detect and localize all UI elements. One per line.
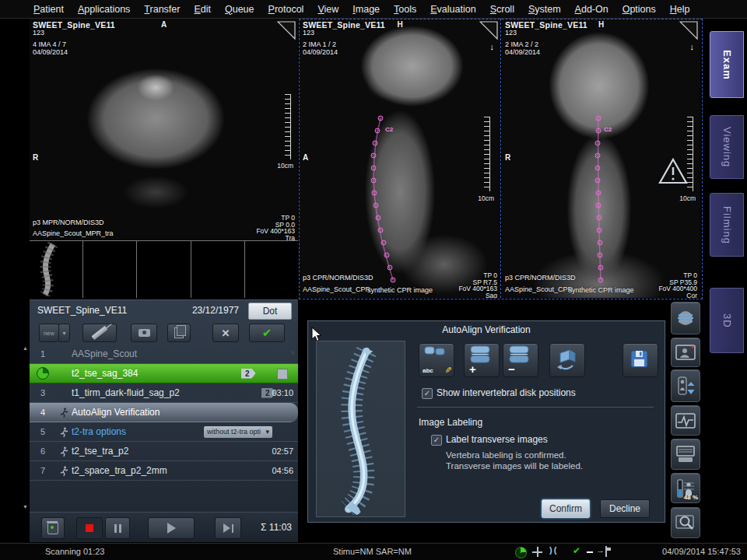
new-protocol-dropdown-button[interactable]: ▾: [58, 324, 70, 342]
play-icon: [167, 523, 176, 534]
tab-3d[interactable]: 3D: [710, 288, 744, 353]
menu-tools[interactable]: Tools: [387, 4, 423, 15]
folded-corner-icon[interactable]: [277, 21, 296, 40]
thumbnail-3[interactable]: [137, 241, 191, 298]
save-button[interactable]: [622, 343, 658, 377]
apply-queue-button[interactable]: ✔: [249, 324, 285, 342]
menu-view[interactable]: View: [310, 4, 345, 15]
console-button[interactable]: [671, 439, 700, 470]
disk-positions-checkbox[interactable]: ✓: [422, 388, 433, 399]
menu-protocol[interactable]: Protocol: [261, 4, 311, 15]
menu-queue[interactable]: Queue: [218, 4, 261, 15]
scan-progress-pie-icon: [515, 547, 527, 558]
copy-protocol-button[interactable]: [167, 324, 191, 342]
thumbnail-1[interactable]: [30, 241, 83, 298]
folded-corner-icon[interactable]: [679, 21, 698, 40]
label-vertebra-button[interactable]: abc ✎: [419, 343, 454, 377]
table-position-button[interactable]: [671, 369, 700, 402]
start-button[interactable]: [148, 517, 195, 539]
tab-viewing[interactable]: Viewing: [710, 115, 744, 179]
new-protocol-button[interactable]: new: [39, 324, 59, 342]
pause-square-icon[interactable]: [277, 369, 288, 380]
vertebra-label-c2: C2: [604, 126, 612, 133]
menu-applications[interactable]: Applications: [71, 4, 137, 15]
menu-evaluation[interactable]: Evaluation: [423, 4, 482, 15]
image-labeling-heading: Image Labeling: [419, 417, 482, 428]
scroll-up-icon[interactable]: ▲: [23, 345, 28, 351]
dialog-divider: [417, 407, 654, 408]
menu-help[interactable]: Help: [663, 4, 697, 15]
t2-tra-options-dropdown[interactable]: without t2-tra opti ▾: [204, 426, 272, 438]
menu-patient[interactable]: Patient: [26, 4, 71, 15]
copy-reference-button[interactable]: [131, 324, 157, 342]
sar-level-button[interactable]: 48 %: [671, 473, 700, 503]
cancel-queue-button[interactable]: ✕: [212, 324, 239, 342]
tab-exam[interactable]: Exam: [710, 31, 744, 98]
row-number: 7: [30, 466, 56, 475]
dot-button[interactable]: Dot: [248, 303, 292, 320]
spine-illustration: [317, 341, 403, 515]
plus-icon: +: [469, 362, 476, 376]
scroll-down-icon[interactable]: ▼: [23, 504, 28, 509]
row-number: 5: [30, 427, 56, 436]
system-datetime: 04/09/2014 15:47:53: [662, 547, 741, 556]
folded-corner-icon[interactable]: [479, 21, 498, 40]
vertebra-icon: [507, 345, 532, 364]
decline-button[interactable]: Decline: [600, 499, 650, 518]
confirm-button[interactable]: Confirm: [542, 499, 590, 518]
thumbnail-4[interactable]: [191, 241, 245, 298]
protocol-row-5[interactable]: 5 t2-tra options without t2-tra opti ▾: [30, 422, 298, 442]
stop-button[interactable]: [76, 517, 103, 539]
scale-ruler: [687, 117, 693, 191]
protocol-row-2[interactable]: t2_tse_sag_384 2: [30, 364, 298, 383]
menu-edit[interactable]: Edit: [187, 4, 218, 15]
contrast-injection-button[interactable]: [82, 324, 117, 342]
panel1-technique: p3 MPR/NORM/DIS3D: [33, 217, 114, 228]
thumbnail-5[interactable]: [245, 241, 298, 298]
image-panel-coronal[interactable]: C2 SWEET_Spine_VE11 123 2 IMA 2 / 2 04/0…: [502, 19, 700, 298]
stimulation-status: Stimu=NM SAR=NM: [333, 547, 412, 556]
label-transverse-checkbox[interactable]: ✓: [431, 435, 442, 446]
menu-transfer[interactable]: Transfer: [137, 4, 187, 15]
confirmation-message-2: Transverse images will be labeled.: [446, 461, 583, 471]
add-vertebra-button[interactable]: +: [464, 343, 500, 377]
protocol-row-3[interactable]: 3 t1_tirm_dark-fluid_sag_p2 2 03:10: [30, 383, 298, 403]
protocol-row-7[interactable]: 7 t2_space_tra_p2_2mm 04:56: [30, 461, 298, 481]
protocol-row-1[interactable]: 1 AASpine_Scout: [30, 345, 298, 364]
menu-options[interactable]: Options: [615, 4, 663, 15]
reset-3d-icon: [554, 347, 580, 373]
tab-filming[interactable]: Filming: [710, 193, 744, 257]
menu-system[interactable]: System: [521, 4, 568, 15]
protocol-row-6[interactable]: 6 t2_tse_tra_p2 02:57: [30, 442, 298, 461]
panel1-ima: 4 IMA 4 / 7: [33, 40, 115, 48]
patient-view-button[interactable]: [671, 338, 700, 367]
total-scan-time: Σ 11:03: [261, 522, 292, 533]
skip-button[interactable]: [215, 517, 241, 539]
protocol-row-4[interactable]: 4 AutoAlign Verification: [30, 403, 298, 422]
pencil-icon: ✎: [443, 366, 453, 373]
menu-addon[interactable]: Add-On: [568, 4, 615, 15]
image-panel-sagittal[interactable]: C2 SWEET_Spine_VE11 123 2 IMA 1 / 2 04/0…: [300, 19, 500, 298]
head-slices-icon: [675, 308, 696, 328]
delete-button[interactable]: [41, 517, 65, 539]
thumbnail-2[interactable]: [83, 241, 137, 298]
application-window: Patient Applications Transfer Edit Queue…: [0, 0, 747, 560]
reset-view-button[interactable]: [549, 343, 585, 377]
image-panel-axial[interactable]: SWEET_Spine_VE11 123 4 IMA 4 / 7 04/09/2…: [30, 19, 298, 298]
scanning-status: Scanning 01:23: [45, 547, 104, 556]
chevron-down-icon: ▾: [265, 428, 269, 436]
panel1-patient-id: 123: [33, 29, 115, 37]
physio-signal-button[interactable]: [671, 405, 700, 436]
dropdown-value: without t2-tra opti: [207, 428, 261, 436]
scroll-down-icon[interactable]: ↓: [690, 42, 695, 51]
image-zoom-button[interactable]: [671, 507, 700, 538]
close-icon: ✕: [222, 327, 230, 339]
pause-button[interactable]: [105, 517, 130, 539]
syringe-icon: [91, 326, 107, 340]
panel1-date: 04/09/2014: [33, 48, 115, 56]
remove-vertebra-button[interactable]: −: [503, 343, 538, 377]
menu-scroll[interactable]: Scroll: [483, 4, 521, 15]
menu-image[interactable]: Image: [345, 4, 387, 15]
scroll-down-icon[interactable]: ↓: [490, 42, 495, 51]
head-coil-button[interactable]: [671, 302, 700, 334]
